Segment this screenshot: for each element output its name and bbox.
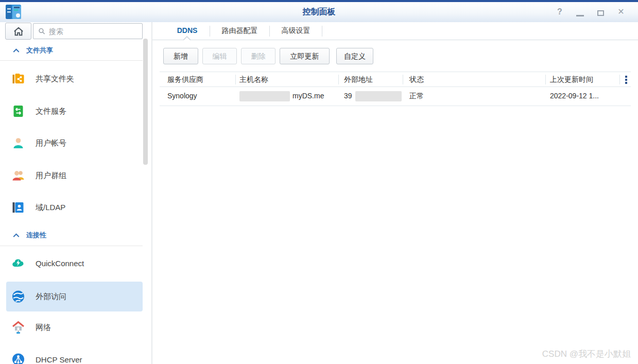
chevron-up-icon	[12, 233, 20, 238]
table-row-border	[160, 106, 631, 106]
column-header-external-address[interactable]: 外部地址	[344, 72, 373, 86]
redacted-external-address-box	[355, 91, 402, 101]
main-pane: DDNS 路由器配置 高级设置 新增 编辑 删除 立即更新 自定义 服务供应商 …	[152, 22, 638, 364]
domain-ldap-icon	[11, 201, 25, 214]
search-input[interactable]	[49, 27, 142, 36]
sidebar-item-user-group[interactable]: 用户群组	[6, 161, 143, 190]
search-icon	[38, 27, 45, 36]
customize-button[interactable]: 自定义	[336, 48, 373, 64]
sidebar-item-label: 文件服务	[36, 107, 66, 116]
watermark-text: CSDN @我不是小默姐	[542, 348, 631, 360]
sidebar: 文件共享 共享文件夹 文件服务	[0, 22, 152, 364]
sidebar-item-file-services[interactable]: 文件服务	[6, 96, 143, 126]
active-tab-notch-fill	[183, 37, 191, 41]
maximize-icon[interactable]	[594, 6, 607, 18]
cell-last-update: 2022-09-12 1...	[550, 86, 599, 106]
home-button[interactable]	[5, 23, 31, 40]
edit-button[interactable]: 编辑	[202, 48, 237, 64]
add-button[interactable]: 新增	[163, 48, 198, 64]
title-bar: 控制面板 ? ✕	[0, 2, 638, 22]
quickconnect-icon	[11, 256, 25, 270]
column-separator	[619, 75, 620, 84]
tab-router-config[interactable]: 路由器配置	[210, 22, 269, 40]
sidebar-item-dhcp-server[interactable]: DHCP Server	[6, 344, 143, 364]
sidebar-item-network[interactable]: 网络	[6, 313, 143, 342]
sidebar-item-shared-folder[interactable]: 共享文件夹	[6, 64, 143, 94]
section-label: 文件共享	[26, 46, 53, 55]
file-services-icon	[11, 105, 25, 118]
chevron-up-icon	[12, 48, 20, 53]
sidebar-item-label: DHCP Server	[36, 355, 82, 364]
column-header-hostname[interactable]: 主机名称	[239, 72, 268, 86]
sidebar-item-user-account[interactable]: 用户帐号	[6, 128, 143, 158]
home-icon	[13, 26, 24, 37]
tab-advanced-settings[interactable]: 高级设置	[270, 22, 322, 40]
cell-hostname-suffix: myDS.me	[292, 86, 324, 106]
sidebar-item-domain-ldap[interactable]: 域/LDAP	[6, 193, 143, 222]
update-now-button[interactable]: 立即更新	[280, 48, 330, 64]
window-title: 控制面板	[0, 7, 638, 18]
sidebar-item-label: QuickConnect	[36, 259, 84, 268]
sidebar-item-label: 用户帐号	[36, 138, 66, 148]
control-panel-window: 控制面板 ? ✕ 文件共享	[0, 0, 638, 364]
column-separator	[545, 75, 546, 84]
cell-status: 正常	[409, 86, 424, 106]
section-label: 连接性	[26, 231, 46, 240]
maximize-box	[597, 10, 604, 16]
shared-folder-icon	[11, 72, 25, 85]
column-header-status[interactable]: 状态	[409, 72, 424, 86]
sidebar-item-label: 用户群组	[36, 171, 66, 181]
help-icon[interactable]: ?	[553, 6, 566, 18]
section-divider	[0, 60, 143, 61]
sidebar-section-file-sharing[interactable]: 文件共享	[12, 45, 53, 56]
delete-button[interactable]: 删除	[241, 48, 275, 64]
dhcp-server-icon	[11, 353, 25, 364]
sidebar-item-label: 网络	[36, 323, 51, 333]
cell-provider: Synology	[167, 86, 197, 106]
sidebar-item-label: 共享文件夹	[36, 74, 74, 84]
sidebar-scrollbar-thumb[interactable]	[143, 39, 148, 165]
network-icon	[11, 321, 25, 334]
column-separator	[403, 75, 403, 84]
close-icon[interactable]: ✕	[614, 6, 628, 18]
column-separator	[235, 75, 236, 84]
tabs-bottom-border	[152, 40, 638, 40]
redacted-hostname-box	[239, 91, 290, 101]
user-group-icon	[11, 169, 25, 182]
minimize-icon[interactable]	[573, 6, 587, 18]
table-row[interactable]: Synology myDS.me 39 正常 2022-09-12 1...	[160, 86, 631, 106]
user-account-icon	[11, 136, 25, 150]
external-access-icon	[11, 290, 25, 303]
cell-external-prefix: 39	[344, 86, 352, 106]
column-header-last-update[interactable]: 上次更新时间	[550, 72, 593, 86]
sidebar-item-quickconnect[interactable]: QuickConnect	[6, 248, 143, 278]
column-separator	[338, 75, 339, 84]
table-header-row: 服务供应商 主机名称 外部地址 状态 上次更新时间	[160, 72, 631, 86]
column-options-more-icon[interactable]	[622, 75, 630, 84]
sidebar-item-label: 外部访问	[36, 292, 66, 302]
search-box	[33, 23, 143, 39]
minimize-bar	[576, 15, 584, 16]
column-header-provider[interactable]: 服务供应商	[167, 72, 203, 86]
sidebar-item-external-access[interactable]: 外部访问	[6, 282, 143, 311]
sidebar-item-label: 域/LDAP	[36, 203, 65, 213]
section-divider	[0, 246, 143, 246]
tab-separator	[322, 26, 322, 37]
sidebar-section-connectivity[interactable]: 连接性	[12, 230, 46, 240]
